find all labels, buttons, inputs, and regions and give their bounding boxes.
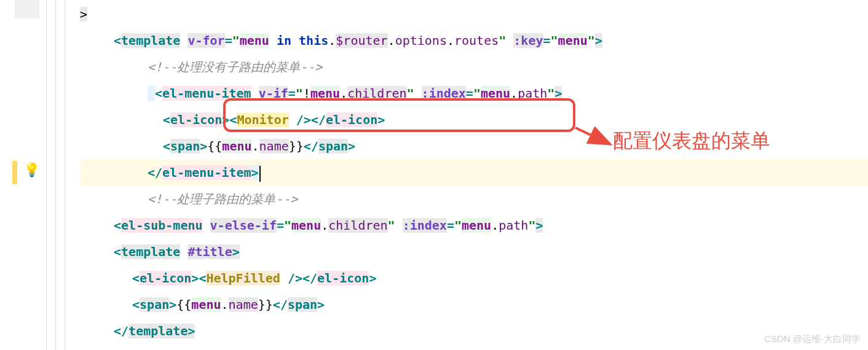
prop: path	[518, 86, 547, 101]
tag-name: span	[288, 297, 317, 312]
bracket: </	[304, 139, 318, 154]
bracket: <	[155, 86, 162, 101]
component-name: Monitor	[237, 112, 288, 127]
dot: .	[510, 86, 518, 101]
attr-name: #title	[187, 244, 232, 259]
prop: path	[499, 218, 528, 233]
tag-name: el-icon	[170, 112, 222, 127]
bracket: <	[163, 112, 170, 127]
dot: .	[328, 33, 336, 48]
code-line[interactable]: <el-menu-item v-if="!menu.children" :ind…	[80, 80, 868, 107]
bracket: >	[377, 112, 385, 127]
prop: options	[395, 33, 447, 48]
code-line[interactable]: <el-sub-menu v-else-if="menu.children" :…	[80, 212, 868, 239]
dot: .	[340, 86, 347, 101]
prop: children	[328, 218, 387, 233]
bracket: >	[535, 218, 543, 233]
bracket: <	[163, 139, 170, 154]
text-cursor	[259, 166, 261, 182]
indent-guide	[46, 0, 47, 350]
equals: =	[277, 218, 284, 233]
bracket: >	[200, 139, 207, 154]
equals: =	[225, 33, 232, 48]
bracket: <	[199, 271, 206, 286]
bracket: <	[132, 297, 140, 312]
code-line[interactable]: <span>{{menu.name}}</span>	[80, 292, 868, 318]
self-close: />	[289, 112, 311, 127]
attr-name: v-else-if	[210, 218, 277, 233]
equals: =	[447, 218, 454, 233]
attr-name: v-for	[187, 33, 224, 48]
bracket: >	[187, 324, 195, 338]
attr-name: :index	[422, 86, 466, 101]
attr-name: :key	[513, 33, 543, 48]
quote: "	[388, 218, 395, 233]
expr-open: {{	[176, 297, 191, 312]
quote: "	[407, 86, 414, 101]
bracket: <	[229, 112, 237, 127]
prop: routes	[454, 33, 499, 48]
tag-name: el-menu-item	[162, 86, 251, 101]
quote: "	[473, 86, 481, 101]
editor-gutter: 💡	[0, 0, 80, 350]
bracket: >	[191, 271, 199, 286]
tag-name: span	[170, 139, 200, 154]
code-line[interactable]: </template>	[80, 318, 868, 344]
annotation-label: 配置仪表盘的菜单	[613, 128, 770, 155]
self-close: />	[280, 271, 302, 286]
bracket: >	[232, 244, 240, 259]
quote: "	[551, 33, 558, 48]
this: this	[299, 33, 328, 48]
dot: .	[252, 139, 259, 154]
equals: =	[466, 86, 473, 101]
code-line-current[interactable]: </el-menu-item>	[80, 160, 868, 186]
code-line[interactable]: <template v-for="menu in this.$router.op…	[80, 28, 868, 54]
bracket: >	[317, 297, 325, 312]
bracket: >	[80, 7, 87, 21]
bracket: </	[273, 297, 288, 312]
bracket: >	[348, 139, 355, 154]
bracket: </	[148, 165, 162, 180]
component-name: HelpFilled	[206, 271, 280, 286]
code-content[interactable]: > <template v-for="menu in this.$router.…	[80, 0, 868, 350]
bracket: >	[251, 165, 259, 180]
expr-close: }}	[289, 139, 304, 154]
prop: children	[347, 86, 406, 101]
expr-open: {{	[207, 139, 222, 154]
code-line[interactable]: <!--处理子路由的菜单-->	[80, 186, 868, 212]
var: menu	[558, 33, 588, 48]
bracket: >	[595, 33, 602, 48]
bracket: </	[114, 324, 128, 338]
quote: "	[284, 218, 291, 233]
tag-name: span	[140, 297, 169, 312]
prop: $router	[336, 33, 387, 48]
prop: name	[259, 139, 289, 154]
comment: <!--处理子路由的菜单-->	[148, 192, 298, 206]
attr-name: :index	[403, 218, 447, 233]
equals: =	[288, 86, 296, 101]
tag-name: template	[128, 324, 187, 338]
code-editor[interactable]: 💡 > <template v-for="menu in this.$route…	[0, 0, 868, 350]
code-line[interactable]: <!--处理没有子路由的菜单-->	[80, 54, 868, 80]
dot: .	[321, 218, 328, 233]
bracket: </	[311, 112, 326, 127]
bracket: >	[554, 86, 562, 101]
var: menu	[462, 218, 491, 233]
code-line[interactable]: >	[80, 1, 868, 28]
var: menu	[310, 86, 340, 101]
bracket: <	[114, 218, 121, 233]
quote: "	[499, 33, 506, 48]
lightbulb-icon[interactable]: 💡	[23, 162, 40, 177]
quote: "	[454, 218, 462, 233]
tag-name: el-icon	[317, 271, 369, 286]
selection-start	[148, 86, 155, 101]
bracket: <	[114, 244, 121, 259]
code-line[interactable]: <el-icon><HelpFilled /></el-icon>	[80, 265, 868, 292]
comment: <!--处理没有子路由的菜单-->	[148, 60, 322, 74]
fold-region	[15, 0, 39, 18]
var: menu	[240, 33, 269, 48]
tag-name: el-icon	[326, 112, 377, 127]
code-line[interactable]: <template #title>	[80, 239, 868, 265]
attr-name: v-if	[259, 86, 288, 101]
equals: =	[543, 33, 551, 48]
